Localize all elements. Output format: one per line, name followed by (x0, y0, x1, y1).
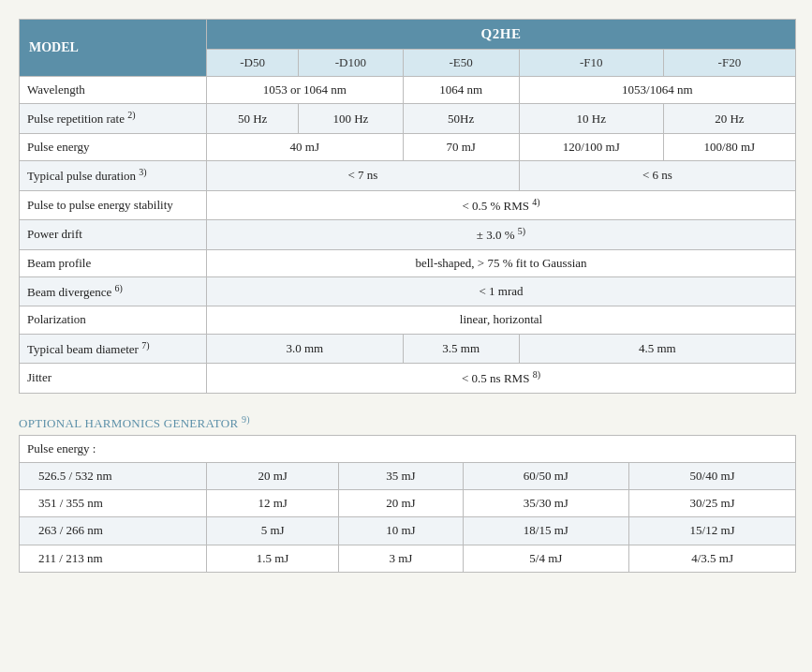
optional-section-title: OPTIONAL HARMONICS GENERATOR 9) (19, 405, 796, 435)
table-row: Pulse energy 40 mJ 70 mJ 120/100 mJ 100/… (20, 133, 796, 160)
table-row: 263 / 266 nm 5 mJ 10 mJ 18/15 mJ 15/12 m… (20, 517, 796, 545)
col-f20: -F20 (663, 50, 795, 77)
row-label: Typical beam diameter 7) (20, 334, 207, 364)
wavelength-label: 351 / 355 nm (20, 490, 207, 517)
row-value: 10 Hz (519, 104, 663, 134)
table-row: 351 / 355 nm 12 mJ 20 mJ 35/30 mJ 30/25 … (20, 490, 796, 517)
row-value: 50/40 mJ (629, 463, 796, 490)
wavelength-label: 211 / 213 nm (20, 545, 207, 572)
row-value: < 0.5 ns RMS 8) (207, 364, 796, 394)
row-value: < 1 mrad (207, 276, 796, 306)
row-value: < 7 ns (207, 161, 520, 191)
table-row: Beam profile bell-shaped, > 75 % fit to … (20, 249, 796, 276)
row-label: Wavelength (20, 77, 207, 104)
row-value: < 6 ns (519, 161, 795, 191)
row-value: 3.0 mm (207, 334, 404, 364)
row-value: 4.5 mm (519, 334, 795, 364)
row-value: 40 mJ (207, 133, 404, 160)
row-value: 60/50 mJ (463, 463, 629, 490)
row-value: 120/100 mJ (519, 133, 663, 160)
row-value: 20 mJ (339, 490, 463, 517)
table-row: Pulse to pulse energy stability < 0.5 % … (20, 190, 796, 220)
table-row: Pulse repetition rate 2) 50 Hz 100 Hz 50… (20, 104, 796, 134)
row-label: Power drift (20, 220, 207, 250)
row-value: 100 Hz (299, 104, 403, 134)
row-label: Polarization (20, 306, 207, 334)
row-label: Beam divergence 6) (20, 276, 207, 306)
harmonics-table: Pulse energy : 526.5 / 532 nm 20 mJ 35 m… (19, 435, 796, 573)
table-row: Wavelength 1053 or 1064 nm 1064 nm 1053/… (20, 77, 796, 104)
row-label: Beam profile (20, 249, 207, 276)
table-row: Typical pulse duration 3) < 7 ns < 6 ns (20, 161, 796, 191)
optional-section: OPTIONAL HARMONICS GENERATOR 9) Pulse en… (19, 405, 796, 573)
wavelength-label: 526.5 / 532 nm (20, 463, 207, 490)
row-value: 1064 nm (403, 77, 519, 104)
row-value: 18/15 mJ (463, 517, 629, 545)
table-row: Beam divergence 6) < 1 mrad (20, 276, 796, 306)
row-value: 5 mJ (207, 517, 339, 545)
row-value: 50Hz (403, 104, 519, 134)
col-e50: -E50 (403, 50, 519, 77)
model-header: MODEL (20, 20, 207, 77)
row-value: ± 3.0 % 5) (207, 220, 796, 250)
row-value: 20 mJ (207, 463, 339, 490)
row-value: 5/4 mJ (463, 545, 629, 572)
row-label: Pulse energy (20, 133, 207, 160)
row-value: 10 mJ (339, 517, 463, 545)
row-value: bell-shaped, > 75 % fit to Gaussian (207, 249, 796, 276)
row-value: 4/3.5 mJ (629, 545, 796, 572)
wavelength-label: 263 / 266 nm (20, 517, 207, 545)
row-value: linear, horizontal (207, 306, 796, 334)
table-row: Power drift ± 3.0 % 5) (20, 220, 796, 250)
pulse-energy-label-row: Pulse energy : (20, 435, 796, 462)
row-value: 30/25 mJ (629, 490, 796, 517)
row-value: 3.5 mm (403, 334, 519, 364)
row-value: 35 mJ (339, 463, 463, 490)
row-label: Pulse to pulse energy stability (20, 190, 207, 220)
row-value: 1053 or 1064 nm (207, 77, 404, 104)
col-d100: -D100 (299, 50, 403, 77)
row-label: Jitter (20, 364, 207, 394)
row-value: 12 mJ (207, 490, 339, 517)
row-value: 1.5 mJ (207, 545, 339, 572)
table-row: Typical beam diameter 7) 3.0 mm 3.5 mm 4… (20, 334, 796, 364)
row-value: 15/12 mJ (629, 517, 796, 545)
table-row: Jitter < 0.5 ns RMS 8) (20, 364, 796, 394)
row-value: 35/30 mJ (463, 490, 629, 517)
col-d50: -D50 (207, 50, 299, 77)
table-row: Polarization linear, horizontal (20, 306, 796, 334)
table-row: 526.5 / 532 nm 20 mJ 35 mJ 60/50 mJ 50/4… (20, 463, 796, 490)
row-value: 100/80 mJ (663, 133, 795, 160)
main-spec-table: MODEL Q2HE -D50 -D100 -E50 -F10 -F20 Wav… (19, 19, 796, 394)
row-value: 50 Hz (207, 104, 299, 134)
spec-table-container: MODEL Q2HE -D50 -D100 -E50 -F10 -F20 Wav… (19, 19, 796, 573)
row-label: Typical pulse duration 3) (20, 161, 207, 191)
pulse-energy-label: Pulse energy : (20, 435, 207, 462)
product-header: Q2HE (207, 20, 796, 50)
row-value: 20 Hz (663, 104, 795, 134)
row-value: 70 mJ (403, 133, 519, 160)
row-value: 1053/1064 nm (519, 77, 795, 104)
row-label: Pulse repetition rate 2) (20, 104, 207, 134)
table-row: 211 / 213 nm 1.5 mJ 3 mJ 5/4 mJ 4/3.5 mJ (20, 545, 796, 572)
row-value: 3 mJ (339, 545, 463, 572)
col-f10: -F10 (519, 50, 663, 77)
row-value: < 0.5 % RMS 4) (207, 190, 796, 220)
